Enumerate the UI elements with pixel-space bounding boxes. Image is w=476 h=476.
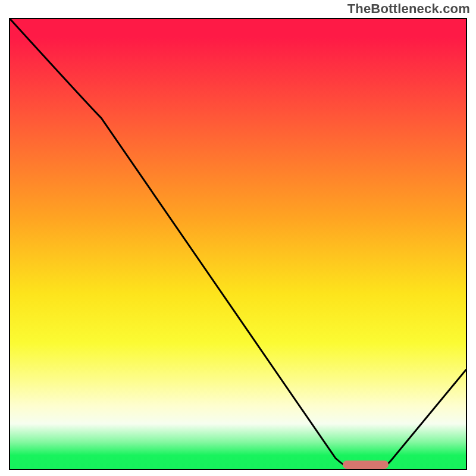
optimal-range-marker: [343, 461, 389, 469]
chart-canvas: TheBottleneck.com: [0, 0, 476, 476]
bottleneck-curve: [10, 19, 466, 469]
watermark-text: TheBottleneck.com: [347, 1, 470, 17]
plot-frame: [9, 18, 467, 470]
